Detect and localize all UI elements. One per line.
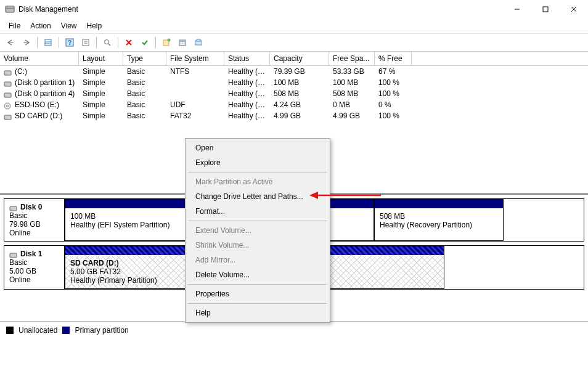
close-button[interactable] [560, 0, 588, 18]
menu-view[interactable]: View [56, 20, 82, 32]
context-menu: OpenExploreMark Partition as ActiveChang… [185, 138, 330, 323]
cell-volume: (Disk 0 partition 1) [0, 77, 79, 88]
disk-label[interactable]: Disk 1Basic5.00 GBOnline [4, 246, 65, 289]
column-type[interactable]: Type [123, 52, 166, 65]
window-title: Disk Management [18, 5, 503, 14]
svg-point-16 [105, 40, 109, 44]
context-menu-item[interactable]: Change Drive Letter and Paths... [187, 189, 329, 204]
help-icon[interactable]: ? [63, 36, 76, 49]
menu-action[interactable]: Action [25, 20, 55, 32]
cell-status: Healthy (R... [224, 88, 270, 99]
column-headers: VolumeLayoutTypeFile SystemStatusCapacit… [0, 52, 588, 66]
cell-volume: (Disk 0 partition 4) [0, 88, 79, 99]
svg-rect-30 [4, 93, 11, 97]
svg-rect-34 [4, 115, 11, 120]
cell-pctfree: 67 % [375, 66, 412, 77]
volume-row[interactable]: ESD-ISO (E:)SimpleBasicUDFHealthy (P...4… [0, 99, 588, 110]
properties-icon[interactable] [79, 36, 92, 49]
menu-separator [188, 221, 327, 221]
delete-icon[interactable] [122, 36, 136, 49]
volume-row[interactable]: (C:)SimpleBasicNTFSHealthy (B...79.39 GB… [0, 66, 588, 77]
svg-point-35 [6, 118, 7, 119]
create-icon[interactable] [160, 36, 173, 49]
cell-fs [166, 88, 224, 99]
legend-primary: Primary partition [75, 326, 128, 335]
context-menu-item: Extend Volume... [187, 223, 329, 238]
check-icon[interactable] [138, 36, 152, 49]
cell-fs: UDF [166, 99, 224, 110]
cell-pctfree: 100 % [375, 88, 412, 99]
cell-capacity: 100 MB [270, 77, 329, 88]
column-free[interactable]: Free Spa... [329, 52, 375, 65]
cell-fs [166, 77, 224, 88]
cell-volume: SD CARD (D:) [0, 110, 79, 121]
cell-capacity: 508 MB [270, 88, 329, 99]
menu-separator [188, 172, 327, 173]
partition-body: 508 MBHealthy (Recovery Partition) [375, 208, 503, 233]
maximize-button[interactable] [531, 0, 560, 18]
partition[interactable]: 100 MBHealthy (EFI System Partition) [65, 199, 188, 241]
search-icon[interactable] [100, 36, 114, 49]
svg-rect-38 [10, 253, 17, 258]
column-volume[interactable]: Volume [0, 52, 79, 65]
cell-status: Healthy (P... [224, 99, 270, 110]
volume-row[interactable]: (Disk 0 partition 4)SimpleBasicHealthy (… [0, 88, 588, 99]
menu-separator [188, 284, 327, 285]
cell-free: 508 MB [329, 88, 375, 99]
app-icon [5, 4, 15, 14]
cell-capacity: 4.99 GB [270, 110, 329, 121]
context-menu-item[interactable]: Properties [187, 287, 329, 301]
column-pctfree[interactable]: % Free [375, 52, 412, 65]
svg-rect-28 [4, 82, 11, 86]
cell-layout: Simple [79, 66, 123, 77]
context-menu-item: Shrink Volume... [187, 238, 329, 253]
cell-free: 4.99 GB [329, 110, 375, 121]
column-capacity[interactable]: Capacity [270, 52, 329, 65]
svg-line-17 [108, 44, 110, 46]
menu-bar: File Action View Help [0, 18, 588, 33]
context-menu-item: Mark Partition as Active [187, 174, 329, 189]
disk-label[interactable]: Disk 0Basic79.98 GBOnline [4, 199, 65, 241]
svg-rect-8 [45, 39, 51, 46]
menu-help[interactable]: Help [82, 20, 107, 32]
legend-swatch-unallocated [6, 327, 14, 334]
svg-rect-3 [543, 7, 548, 12]
volume-row[interactable]: SD CARD (D:)SimpleBasicFAT32Healthy (P..… [0, 110, 588, 121]
svg-point-39 [11, 256, 12, 257]
column-status[interactable]: Status [224, 52, 270, 65]
svg-point-27 [6, 73, 7, 75]
attach-icon[interactable] [192, 36, 205, 49]
cell-layout: Simple [79, 77, 123, 88]
context-menu-item[interactable]: Format... [187, 204, 329, 219]
volume-row[interactable]: (Disk 0 partition 1)SimpleBasicHealthy (… [0, 77, 588, 88]
svg-rect-23 [179, 40, 186, 42]
forward-button[interactable] [20, 36, 33, 49]
menu-file[interactable]: File [4, 20, 25, 32]
context-menu-item[interactable]: Help [187, 306, 329, 320]
back-button[interactable] [4, 36, 17, 49]
cell-free: 0 MB [329, 99, 375, 110]
context-menu-item: Add Mirror... [187, 253, 329, 267]
svg-rect-36 [10, 206, 17, 211]
cell-fs: NTFS [166, 66, 224, 77]
cell-capacity: 4.24 GB [270, 99, 329, 110]
minimize-button[interactable] [503, 0, 531, 18]
cell-status: Healthy (E... [224, 77, 270, 88]
cell-type: Basic [123, 66, 166, 77]
cell-status: Healthy (B... [224, 66, 270, 77]
column-layout[interactable]: Layout [79, 52, 123, 65]
context-menu-item[interactable]: Delete Volume... [187, 267, 329, 282]
partition[interactable]: 508 MBHealthy (Recovery Partition) [374, 199, 504, 241]
context-menu-item[interactable]: Open [187, 140, 329, 155]
cell-free: 53.33 GB [329, 66, 375, 77]
column-fs[interactable]: File System [166, 52, 224, 65]
toolbar: ? [0, 33, 588, 52]
refresh-button[interactable] [41, 36, 55, 49]
format-icon[interactable] [176, 36, 189, 49]
legend-unallocated: Unallocated [18, 326, 57, 335]
svg-point-33 [7, 105, 9, 107]
cell-volume: ESD-ISO (E:) [0, 99, 79, 110]
partition-header [65, 200, 187, 208]
partition-body: 100 MBHealthy (EFI System Partition) [65, 208, 187, 233]
context-menu-item[interactable]: Explore [187, 155, 329, 170]
